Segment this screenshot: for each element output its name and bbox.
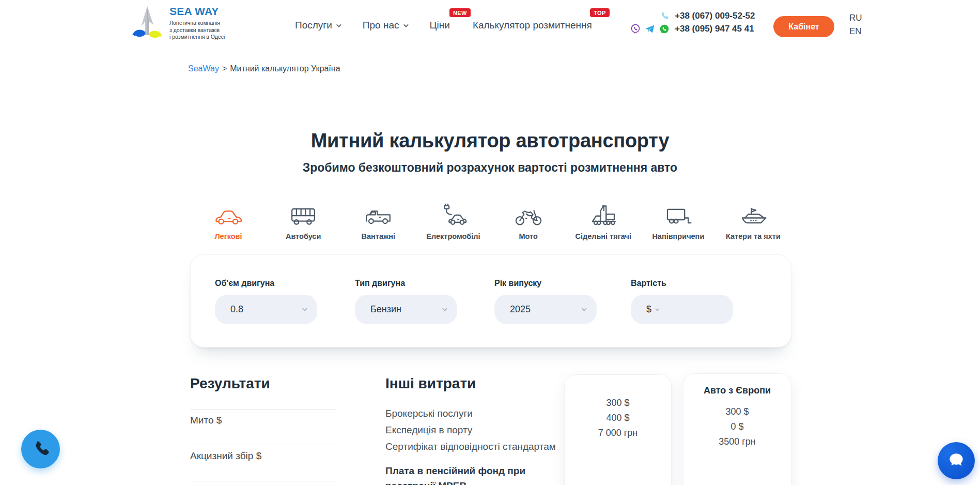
result-row-excise: Акцизний збір $ [190,450,261,462]
header-phones: +38 (067) 009-52-52 +38 (095) 947 45 41 [622,11,764,37]
page-title: Митний калькулятор автотранспорту [0,130,980,152]
nav-item-label: Ціни [430,20,450,31]
field-label: Тип двигуна [355,279,457,288]
telegram-icon[interactable] [645,24,655,34]
truck-icon [345,203,411,228]
tab-buses[interactable]: Автобуси [270,203,336,240]
call-floating-button[interactable] [21,430,60,468]
phone-handset-icon [32,439,50,460]
tab-boats-yachts[interactable]: Катери та яхти [720,203,786,240]
expense-item: Брокерські послуги [385,408,473,419]
breadcrumb-current: Митний калькулятор Україна [230,64,340,73]
phone-number-1[interactable]: +38 (067) 009-52-52 [675,11,764,21]
field-label: Об'єм двигуна [215,279,317,288]
breadcrumb-separator: > [222,64,227,73]
viber-icon[interactable] [630,24,641,34]
price-value: 7 000 грн [565,426,671,441]
page-subtitle: Зробимо безкоштовний розрахунок вартості… [0,161,980,175]
calculator-form-card: Об'єм двигуна 0.8 Тип двигуна Бензин Рік… [190,254,791,347]
price-card-title: Авто з Європи [683,385,791,396]
chat-floating-button[interactable] [938,442,975,479]
engine-volume-select[interactable]: 0.8 [215,295,317,324]
car-icon [195,203,261,228]
cost-field: Вартість $ [631,279,733,324]
price-value: 300 $ [565,396,671,411]
new-badge: NEW [449,8,471,17]
phone-row: +38 (095) 947 45 41 [622,24,764,34]
engine-volume-field: Об'єм двигуна 0.8 [215,279,317,324]
phone-number-2[interactable]: +38 (095) 947 45 41 [675,24,764,34]
divider [190,409,336,410]
year-select[interactable]: 2025 [494,295,597,324]
yacht-icon [720,203,786,228]
lang-en[interactable]: EN [849,25,862,38]
divider [190,481,336,481]
nav-item-services[interactable]: Послуги [295,20,340,31]
trailer-icon [645,203,711,228]
logo-subtitle-line: з доставки вантажів [169,27,225,34]
seaway-logo-icon [131,5,163,41]
tab-trucks[interactable]: Вантажні [345,203,411,240]
field-label: Вартість [631,279,733,288]
page: SEA WAY Логістична компанія з доставки в… [0,0,980,485]
expense-item-pension-fund: Плата в пенсійний фонд при реєстрації МР… [385,463,546,485]
breadcrumb-home-link[interactable]: SeaWay [188,64,219,73]
chevron-down-icon [582,306,587,311]
chevron-down-icon [403,22,408,27]
price-value: 0 $ [683,419,791,434]
breadcrumb: SeaWay>Митний калькулятор Україна [188,64,340,73]
field-label: Рік випуску [494,279,597,288]
nav-item-label: Про нас [363,20,399,31]
expense-item: Експедиція в порту [385,425,472,436]
europe-car-price-card: Авто з Європи 300 $ 0 $ 3500 грн [683,373,791,485]
divider [190,445,336,445]
logo-subtitle-line: і розмитнення в Одесі [169,34,225,41]
logo-text: SEA WAY Логістична компанія з доставки в… [169,5,225,41]
tab-cars[interactable]: Легкові [195,203,261,240]
results-title: Результати [190,375,270,392]
language-switcher: RU EN [849,11,862,38]
engine-type-select[interactable]: Бензин [355,295,457,324]
chevron-down-icon [442,306,447,311]
chevron-down-icon [655,307,659,311]
nav-item-label: Послуги [295,20,332,31]
nav-item-label: Калькулятор розмитнення [473,20,592,31]
result-row-duty: Мито $ [190,415,222,426]
logo-subtitle: Логістична компанія з доставки вантажів … [169,20,225,41]
main-nav: Послуги Про нас Ціни NEW Калькулятор роз… [295,20,592,31]
vehicle-type-tabs: Легкові Автобуси [195,203,786,240]
cost-input[interactable] [662,304,722,315]
expense-item: Сертифікат відповідності стандартам [385,441,556,452]
year-field: Рік випуску 2025 [494,279,597,324]
cabinet-button[interactable]: Кабінет [773,16,834,37]
logo[interactable]: SEA WAY Логістична компанія з доставки в… [131,5,225,41]
tab-semi-trucks[interactable]: Сідельні тягачі [570,203,636,240]
engine-type-field: Тип двигуна Бензин [355,279,457,324]
phone-icon [659,11,670,21]
lang-ru[interactable]: RU [849,11,862,25]
nav-item-about[interactable]: Про нас [363,20,407,31]
tab-electric-cars[interactable]: Електромобілі [420,203,486,240]
logo-title: SEA WAY [169,5,225,18]
motorcycle-icon [495,203,562,228]
whatsapp-icon[interactable] [659,24,670,34]
chevron-down-icon [336,22,341,27]
nav-item-prices[interactable]: Ціни NEW [430,20,450,31]
price-value: 400 $ [565,411,671,426]
tab-moto[interactable]: Мото [495,203,562,240]
phone-row: +38 (067) 009-52-52 [622,11,764,21]
nav-item-customs-calculator[interactable]: Калькулятор розмитнення TOP [473,20,592,31]
top-badge: TOP [590,8,610,17]
currency-selector[interactable]: $ [646,304,651,315]
logo-subtitle-line: Логістична компанія [169,20,225,27]
chat-bubble-icon [946,450,966,472]
semi-truck-icon [570,203,636,228]
bus-icon [270,203,336,228]
tab-semi-trailers[interactable]: Напівпричепи [645,203,711,240]
cost-input-group: $ [631,295,733,324]
electric-car-icon [420,203,486,228]
price-value: 300 $ [683,404,791,419]
other-expenses-title: Інші витрати [385,375,476,392]
expenses-price-card: 300 $ 400 $ 7 000 грн [564,374,672,485]
chevron-down-icon [302,306,307,311]
